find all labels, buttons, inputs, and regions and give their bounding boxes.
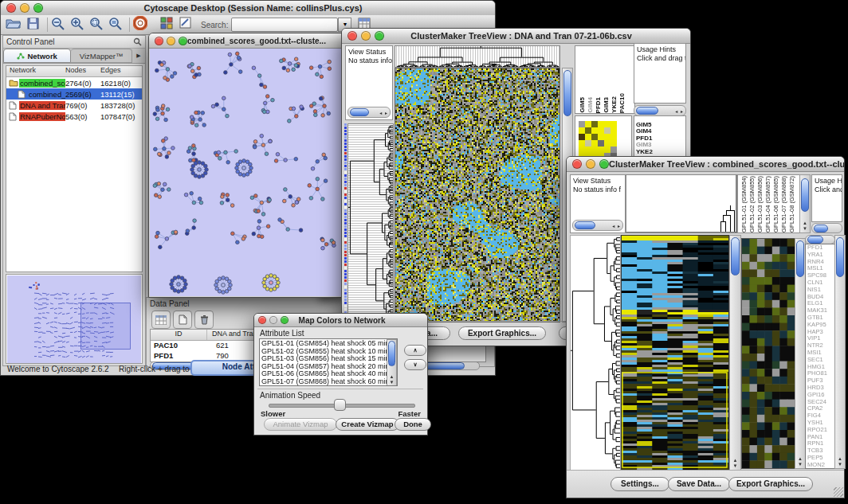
scroll-arrows[interactable]: ▲▼: [730, 458, 740, 469]
new-attribute-icon[interactable]: [173, 311, 192, 329]
col-header-id[interactable]: ID: [151, 330, 207, 340]
zoom-button[interactable]: [281, 316, 289, 324]
scroll-arrows[interactable]: ◂ ▸: [612, 223, 622, 229]
treeview1-titlebar[interactable]: ClusterMaker TreeView : DNA and Tran 07-…: [342, 29, 690, 44]
tv2-collabel-vscrollbar[interactable]: ▲▼: [799, 174, 811, 233]
tv2-row-dendrogram[interactable]: [570, 235, 621, 471]
view-status-info: No status info f: [348, 57, 393, 64]
network-table-row[interactable]: RNAPuberNov2+I 563(0) 107847(0): [6, 111, 142, 122]
scroll-arrows[interactable]: ▲▼: [795, 456, 805, 467]
col-header-network[interactable]: Network: [6, 66, 65, 76]
col-header-edges[interactable]: Edges: [100, 66, 142, 76]
minimize-button[interactable]: [269, 316, 277, 324]
attribute-list-item[interactable]: GPL51-07 (GSM868) heat shock 60 min: [260, 378, 397, 386]
open-session-icon[interactable]: [6, 18, 21, 33]
tv2-view-status-panel: View Status No status info f ◂ ▸: [570, 174, 626, 233]
annotation-toolbar-icon[interactable]: [179, 17, 193, 33]
gene-label[interactable]: MON2: [806, 462, 834, 469]
zoom-fit-icon[interactable]: [108, 17, 123, 33]
treeview2-titlebar[interactable]: ClusterMaker TreeView : combined_scores_…: [567, 157, 844, 172]
tv1-matrix-zoom-canvas[interactable]: [579, 121, 617, 159]
scroll-thumb[interactable]: [636, 107, 658, 115]
tv2-genelist-vscrollbar[interactable]: ▲▼: [834, 235, 846, 469]
network-overview-canvas[interactable]: [7, 275, 141, 363]
zoom-button[interactable]: [375, 31, 384, 41]
export-graphics-button[interactable]: Export Graphics...: [728, 477, 813, 491]
main-titlebar[interactable]: Cytoscape Desktop (Session Name: collins…: [1, 1, 495, 16]
move-up-button[interactable]: ∧: [404, 345, 426, 356]
save-session-icon[interactable]: [27, 18, 39, 33]
tv1-row-dendrogram[interactable]: [347, 123, 394, 322]
dialog-titlebar[interactable]: Map Colors to Network: [254, 314, 427, 327]
resize-grip[interactable]: [834, 487, 843, 497]
attribute-select-icon[interactable]: [151, 311, 171, 329]
scroll-thumb[interactable]: [796, 240, 804, 277]
zoom-button[interactable]: [599, 159, 609, 169]
close-button[interactable]: [6, 3, 16, 13]
tv2-zoom-heatmap[interactable]: [741, 238, 795, 469]
search-input[interactable]: [231, 18, 338, 32]
delete-attribute-icon[interactable]: [194, 311, 214, 329]
minimize-button[interactable]: [167, 37, 175, 45]
minimize-button[interactable]: [586, 159, 595, 169]
tv2-column-dendrogram[interactable]: [626, 174, 737, 233]
tv1-usage-hscrollbar[interactable]: ◂ ▸: [634, 105, 686, 116]
scroll-arrows[interactable]: ▲▼: [835, 456, 845, 467]
scroll-thumb[interactable]: [575, 221, 595, 229]
zoom-selected-icon[interactable]: [89, 17, 104, 33]
tv2-heatmap[interactable]: [621, 235, 729, 471]
tv1-column-dendrogram[interactable]: [395, 45, 560, 68]
network-table-row[interactable]: DNA and Tran 07 769(0) 183728(0): [6, 100, 142, 111]
tab-network[interactable]: Network: [3, 49, 71, 63]
network-table-row[interactable]: combined_sco 2569(6) 13112(15): [6, 88, 142, 100]
scroll-thumb[interactable]: [350, 108, 369, 116]
create-vizmap-button[interactable]: Create Vizmap: [336, 418, 399, 431]
minimize-button[interactable]: [361, 31, 371, 41]
list-vscrollbar[interactable]: ▲▼: [387, 339, 397, 386]
network-canvas[interactable]: [150, 49, 344, 296]
scroll-thumb[interactable]: [814, 225, 828, 232]
tv1-heatmap[interactable]: [395, 68, 560, 322]
scroll-arrows[interactable]: ▲▼: [800, 221, 810, 232]
vizmapper-toolbar-icon[interactable]: [160, 17, 173, 33]
tv2-zoom-vscrollbar[interactable]: ▲▼: [795, 238, 806, 469]
tv2-usage-hscrollbar[interactable]: [811, 223, 842, 233]
scroll-thumb[interactable]: [388, 341, 395, 366]
scroll-thumb[interactable]: [807, 236, 823, 244]
zoom-out-icon[interactable]: [51, 17, 65, 33]
col-header-nodes[interactable]: Nodes: [65, 66, 100, 76]
attribute-listbox[interactable]: GPL51-01 (GSM854) heat shock 05 minGPL51…: [259, 338, 398, 386]
float-panel-icon[interactable]: [133, 35, 145, 49]
tv1-status-hscrollbar[interactable]: ◂ ▸: [347, 107, 391, 118]
network-nodes-count: 2764(0): [65, 79, 100, 88]
scroll-arrows[interactable]: ◂ ▸: [675, 108, 685, 114]
close-button[interactable]: [572, 159, 582, 169]
export-graphics-button[interactable]: Export Graphics...: [458, 326, 546, 340]
close-button[interactable]: [258, 316, 266, 324]
tv2-status-hscrollbar[interactable]: ◂ ▸: [572, 220, 623, 231]
zoom-in-icon[interactable]: [70, 17, 84, 33]
tab-overflow-button[interactable]: ▶: [132, 49, 145, 63]
close-button[interactable]: [347, 31, 357, 41]
minimize-button[interactable]: [20, 3, 29, 13]
done-button[interactable]: Done: [395, 418, 431, 431]
zoom-button[interactable]: [179, 37, 187, 45]
network-view-titlebar[interactable]: combined_scores_good.txt--cluste...: [149, 33, 344, 49]
scroll-thumb[interactable]: [731, 237, 740, 275]
animate-vizmap-button[interactable]: Animate Vizmap: [264, 418, 337, 431]
tv2-heatmap-vscrollbar[interactable]: ▲▼: [729, 235, 741, 471]
scroll-thumb[interactable]: [563, 70, 571, 116]
settings-button[interactable]: Settings...: [610, 477, 669, 491]
tab-vizmapper[interactable]: VizMapper™: [71, 49, 132, 63]
speed-slider-thumb[interactable]: [334, 399, 346, 411]
network-table-row[interactable]: combined_scores 2764(0) 16218(0): [6, 77, 142, 88]
scroll-thumb[interactable]: [801, 178, 809, 212]
scroll-arrows[interactable]: ▲▼: [387, 374, 396, 385]
zoom-button[interactable]: [33, 3, 43, 13]
scroll-arrows[interactable]: ◂ ▸: [379, 110, 390, 115]
save-data-button[interactable]: Save Data...: [668, 477, 730, 491]
help-lifesaver-icon[interactable]: [133, 16, 147, 33]
close-button[interactable]: [155, 37, 163, 45]
move-down-button[interactable]: ∨: [404, 359, 426, 370]
scroll-thumb[interactable]: [836, 237, 844, 277]
